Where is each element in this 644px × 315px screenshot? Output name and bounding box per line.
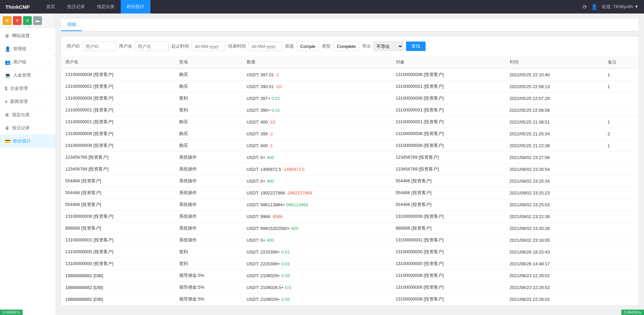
- comple-filter-button[interactable]: Comple: [296, 42, 319, 51]
- table-row: 18888888882 [DIB] 领导佣金:5% USDT: 2106029+…: [61, 293, 639, 305]
- toolbar-delete-button[interactable]: ✕: [13, 16, 22, 25]
- cell-amount: USDT: 399 -2: [242, 128, 391, 140]
- cell-time: 2021/08/23 22:28:02: [505, 293, 603, 305]
- amount-change: 0.01: [281, 261, 290, 266]
- sidebar-item-bet-records[interactable]: 🖥 投注记录: [0, 122, 55, 135]
- sidebar-label-deposit: 入金管理: [13, 72, 31, 78]
- cell-target: 13100000001 [投资客户]: [391, 81, 505, 93]
- user-id-input[interactable]: [82, 42, 116, 51]
- cell-time: 2021/09/02 23:22:38: [505, 211, 603, 222]
- table-row: 13100000001 [投资客户] 签到 USDT: 390+ 0.01 13…: [61, 104, 639, 116]
- amount-change: -2: [269, 131, 273, 136]
- toolbar-refresh-button[interactable]: ↺: [23, 16, 32, 25]
- cell-time: 2021/09/02 23:25:23: [505, 187, 603, 199]
- cell-time: 2022/05/25 22:06:09: [505, 104, 603, 116]
- amount-change: -10: [269, 120, 276, 125]
- amount-change: 0.01: [271, 108, 280, 113]
- table-row: 123456789 [投资客户] 系统操作 USDT: 1490972.5 -1…: [61, 163, 639, 175]
- nav-home[interactable]: 首页: [40, 0, 61, 14]
- cell-time: 2021/09/02 23:18:05: [505, 234, 603, 246]
- sidebar-label-withdraw: 出金管理: [10, 85, 28, 91]
- sidebar-item-news[interactable]: ≡ 新闻管理: [0, 95, 55, 108]
- cell-award: 系统操作: [175, 211, 242, 222]
- table-row: 13100000008 [投资客户] 购买 USDT: 399 -2 13100…: [61, 128, 639, 140]
- sidebar-item-withdraw[interactable]: $ 出金管理: [0, 82, 55, 95]
- sidebar-item-user-group[interactable]: 👥 用户组 ›: [0, 56, 55, 69]
- nav-bet-records[interactable]: 投注记录: [61, 0, 91, 14]
- cell-remark: 2: [603, 128, 638, 140]
- cell-award: 领导佣金:5%: [175, 293, 242, 305]
- cell-award: 系统操作: [175, 187, 242, 199]
- perf-left-value: 0.048587s: [3, 310, 20, 314]
- table-row: 18888888882 [DIB] 领导佣金:5% USDT: 2106029+…: [61, 270, 639, 282]
- news-icon: ≡: [5, 99, 7, 104]
- col-target: 对象: [391, 56, 505, 69]
- export-select[interactable]: 不导出 导出Excel 导出CSV: [374, 42, 403, 51]
- amount-change: 0.01: [281, 250, 290, 255]
- cell-remark: [603, 211, 638, 222]
- cell-amount: USDT: 1992227968 -1992227968: [242, 187, 391, 199]
- monitor-icon: 🖥: [5, 33, 9, 38]
- toolbar-add-button[interactable]: ⊞: [3, 16, 11, 25]
- refresh-icon[interactable]: ⟳: [582, 4, 587, 10]
- amount-change: -1: [275, 72, 279, 77]
- cell-award: 系统操作: [175, 152, 242, 163]
- cell-amount: USDT: 99915202560+ 400: [242, 222, 391, 234]
- cell-time: 2021/09/02 23:20:26: [505, 222, 603, 234]
- amount-change: -10: [275, 84, 282, 89]
- cell-award: 签到: [175, 258, 242, 270]
- complete-type-button[interactable]: Complete: [333, 42, 360, 51]
- cell-award: 系统操作: [175, 222, 242, 234]
- sidebar-item-points[interactable]: 💳 积分统计: [0, 135, 55, 148]
- cell-remark: [603, 246, 638, 258]
- cell-amount: USDT: 0+ 400: [242, 175, 391, 187]
- sidebar-item-admin-group[interactable]: 👤 管理组 ›: [0, 43, 55, 56]
- cell-time: 2021/09/02 23:25:34: [505, 175, 603, 187]
- sidebar-item-website-settings[interactable]: 🖥 网站设置: [0, 29, 55, 43]
- points-icon: 💳: [5, 138, 10, 144]
- user-icon: 👤: [591, 4, 598, 10]
- cell-target: 13100000008 [投资客户]: [391, 93, 505, 104]
- cell-username: 13100000008 [投资客户]: [61, 69, 175, 81]
- cell-award: 系统操作: [175, 234, 242, 246]
- sidebar-label-points: 积分统计: [13, 138, 31, 144]
- col-time: 时间: [505, 56, 603, 69]
- nav-designated-award[interactable]: 指定出奖: [91, 0, 121, 14]
- user-id-label: 用户ID: [67, 43, 80, 49]
- cell-award: 购买: [175, 81, 242, 93]
- sidebar-label-bet: 投注记录: [12, 125, 30, 131]
- cell-target: 13100000008 [投资客户]: [391, 293, 505, 305]
- cell-target: 13100000001 [投资客户]: [391, 116, 505, 128]
- cell-award: 签到: [175, 104, 242, 116]
- sidebar-item-designated-award[interactable]: 🖥 指定出奖: [0, 108, 55, 122]
- cell-time: 2021/09/02 23:25:03: [505, 199, 603, 211]
- amount-change: -1992227968: [286, 190, 312, 195]
- cell-time: 2021/09/02 23:27:06: [505, 152, 603, 163]
- cell-remark: [603, 270, 638, 282]
- col-award: 奖项: [175, 56, 242, 69]
- amount-change: -1: [269, 143, 273, 148]
- tab-detail[interactable]: 明细: [61, 19, 82, 31]
- end-time-input[interactable]: [248, 42, 282, 51]
- cell-target: 13100000008 [投资客户]: [391, 140, 505, 152]
- nav-points-stats[interactable]: 积分统计: [121, 0, 150, 14]
- cell-remark: [603, 258, 638, 270]
- header-right: ⟳ 👤 欢迎, TK08yn6h ▼: [582, 4, 639, 10]
- toolbar-collapse-button[interactable]: ▬: [33, 16, 42, 25]
- cell-award: 签到: [175, 93, 242, 104]
- cell-target: 13100000008 [投资客户]: [391, 270, 505, 282]
- col-remark: 备注: [603, 56, 638, 69]
- user-name-input[interactable]: [135, 42, 169, 51]
- cell-remark: [603, 93, 638, 104]
- sidebar-label-user-group: 用户组: [13, 59, 26, 65]
- cell-amount: USDT: 2106028.5+ 0.6: [242, 282, 391, 293]
- search-button[interactable]: 查找: [406, 42, 426, 51]
- start-time-input[interactable]: [192, 42, 225, 51]
- sidebar-item-deposit[interactable]: 💻 入金管理: [0, 69, 55, 82]
- admin-icon: 👤: [5, 46, 10, 52]
- cell-award: 购买: [175, 128, 242, 140]
- cell-amount: USDT: 390.01 -10: [242, 81, 391, 93]
- cell-target: 554466 [投资客户]: [391, 187, 505, 199]
- cell-award: 购买: [175, 116, 242, 128]
- table-row: 13100000008 [投资客户] 购买 USDT: 400 -1 13100…: [61, 140, 639, 152]
